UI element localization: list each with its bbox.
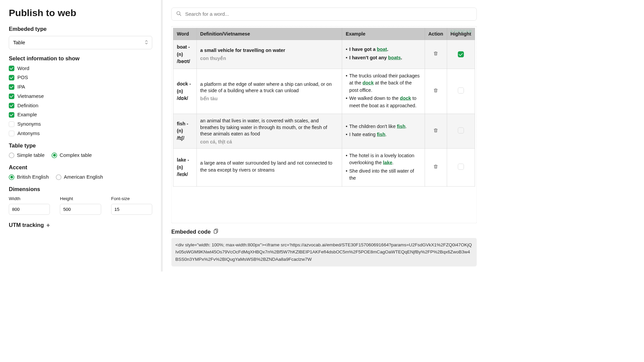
- highlight-cell: [447, 40, 475, 69]
- checkbox-label: Antonyms: [17, 130, 40, 136]
- svg-rect-3: [214, 230, 217, 233]
- highlight-checkbox[interactable]: [458, 51, 464, 57]
- radio-label: Complex table: [60, 153, 92, 158]
- dimensions-label: Dimensions: [9, 186, 152, 193]
- checkbox-icon: [9, 112, 14, 118]
- preview-area: AZVOCAB Word Definition/Vietnamese Examp…: [171, 26, 477, 223]
- radio-label: American English: [64, 174, 103, 180]
- word-link[interactable]: dock: [400, 96, 411, 101]
- utm-tracking-label: UTM tracking: [9, 222, 44, 229]
- checkbox-label: IPA: [17, 84, 25, 90]
- table-type-label: Table type: [9, 142, 152, 149]
- word-cell: dock - (n)/dɒk/: [173, 69, 197, 114]
- highlight-cell: [447, 148, 475, 186]
- radio-icon: [52, 153, 57, 158]
- vocab-table: Word Definition/Vietnamese Example Actio…: [173, 28, 475, 186]
- checkbox-label: Synonyms: [17, 121, 41, 127]
- example-cell: I have got a boat.I haven't got any boat…: [342, 40, 425, 69]
- checkbox-word[interactable]: Word: [9, 65, 152, 71]
- word-cell: boat - (n)/bəʊt/: [173, 40, 197, 69]
- checkbox-icon: [9, 103, 14, 108]
- radio-icon: [9, 174, 14, 180]
- embed-code-box[interactable]: <div style="width: 100%; max-width:800px…: [171, 238, 477, 266]
- search-input[interactable]: [185, 11, 472, 17]
- checkbox-icon: [9, 94, 14, 99]
- checkbox-icon: [9, 84, 14, 90]
- example-cell: The trucks unload their packages at the …: [342, 69, 425, 114]
- accent-label: Accent: [9, 164, 152, 171]
- action-cell: [425, 69, 447, 114]
- checkbox-definition[interactable]: Definition: [9, 103, 152, 108]
- width-input[interactable]: [9, 204, 50, 215]
- fontsize-input[interactable]: [111, 204, 152, 215]
- action-cell: [425, 148, 447, 186]
- definition-cell: a small vehicle for travelling on waterc…: [197, 40, 342, 69]
- word-link[interactable]: boat: [377, 47, 387, 52]
- highlight-cell: [447, 114, 475, 148]
- highlight-checkbox[interactable]: [458, 164, 464, 170]
- definition-cell: a platform at the edge of water where a …: [197, 69, 342, 114]
- checkbox-example[interactable]: Example: [9, 112, 152, 118]
- definition-cell: an animal that lives in water, is covere…: [197, 114, 342, 148]
- radio-label: Simple table: [17, 153, 45, 158]
- radio-british-english[interactable]: British English: [9, 174, 49, 180]
- checkbox-label: Vietnamese: [17, 93, 44, 99]
- radio-american-english[interactable]: American English: [56, 174, 103, 180]
- checkbox-pos[interactable]: POS: [9, 75, 152, 80]
- highlight-checkbox[interactable]: [458, 127, 464, 133]
- action-cell: [425, 114, 447, 148]
- word-cell: fish - (n)/fɪʃ/: [173, 114, 197, 148]
- search-bar[interactable]: [171, 8, 477, 21]
- plus-icon[interactable]: +: [46, 222, 50, 229]
- trash-icon[interactable]: [433, 51, 438, 57]
- height-input[interactable]: [60, 204, 101, 215]
- highlight-checkbox[interactable]: [458, 87, 464, 94]
- checkbox-vietnamese[interactable]: Vietnamese: [9, 93, 152, 99]
- col-word: Word: [173, 28, 197, 40]
- radio-complex-table[interactable]: Complex table: [52, 153, 92, 158]
- checkbox-synonyms[interactable]: Synonyms: [9, 121, 152, 127]
- trash-icon[interactable]: [433, 128, 438, 134]
- word-link[interactable]: fish: [377, 132, 385, 137]
- trash-icon[interactable]: [433, 164, 438, 171]
- checkbox-icon: [9, 75, 14, 80]
- table-row: lake - (n)/leɪk/a large area of water su…: [173, 148, 475, 186]
- word-link[interactable]: lake: [383, 160, 392, 165]
- word-link[interactable]: boats: [388, 55, 401, 60]
- col-action: Action: [425, 28, 447, 40]
- fontsize-label: Font-size: [111, 196, 152, 201]
- copy-icon[interactable]: [213, 228, 219, 235]
- example-cell: The hotel is in a lovely location overlo…: [342, 148, 425, 186]
- svg-line-1: [179, 14, 181, 16]
- action-cell: [425, 40, 447, 69]
- info-section-label: Select information to show: [9, 55, 152, 62]
- radio-label: British English: [17, 174, 49, 180]
- radio-icon: [9, 153, 14, 158]
- checkbox-label: POS: [17, 75, 28, 80]
- checkbox-antonyms[interactable]: Antonyms: [9, 130, 152, 136]
- trash-icon[interactable]: [433, 88, 438, 95]
- embed-type-label: Embeded type: [9, 26, 152, 33]
- height-label: Height: [60, 196, 101, 201]
- highlight-cell: [447, 69, 475, 114]
- checkbox-icon: [9, 131, 14, 136]
- embed-type-select[interactable]: [9, 36, 152, 49]
- table-row: dock - (n)/dɒk/a platform at the edge of…: [173, 69, 475, 114]
- checkbox-label: Definition: [17, 103, 39, 108]
- embed-code-label: Embeded code: [171, 228, 211, 235]
- word-link[interactable]: dock: [363, 80, 374, 85]
- checkbox-ipa[interactable]: IPA: [9, 84, 152, 90]
- table-row: fish - (n)/fɪʃ/an animal that lives in w…: [173, 114, 475, 148]
- definition-cell: a large area of water surrounded by land…: [197, 148, 342, 186]
- radio-icon: [56, 174, 61, 180]
- watermark-logo: AZVOCAB: [450, 29, 472, 34]
- radio-simple-table[interactable]: Simple table: [9, 153, 45, 158]
- col-def: Definition/Vietnamese: [197, 28, 342, 40]
- search-icon: [176, 11, 182, 17]
- word-cell: lake - (n)/leɪk/: [173, 148, 197, 186]
- word-link[interactable]: fish: [397, 124, 405, 129]
- page-title: Publish to web: [9, 8, 152, 18]
- example-cell: The children don't like fish.I hate eati…: [342, 114, 425, 148]
- checkbox-icon: [9, 65, 14, 71]
- checkbox-label: Word: [17, 65, 30, 71]
